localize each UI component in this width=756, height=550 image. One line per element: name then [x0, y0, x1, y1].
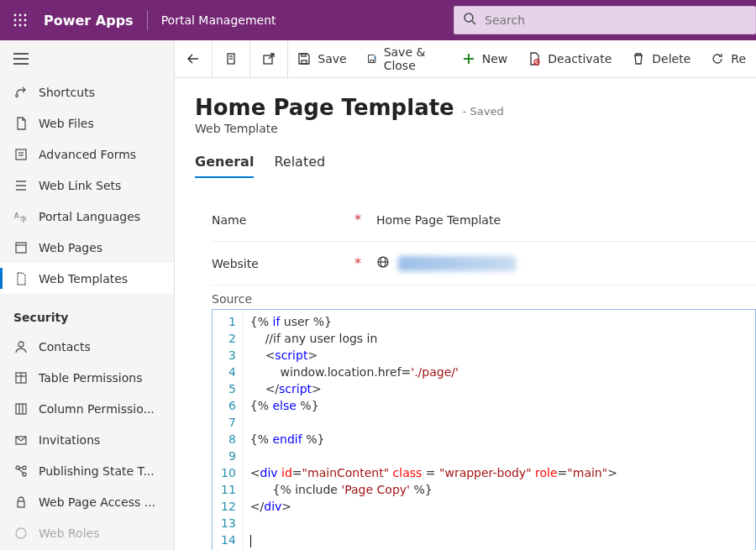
svg-rect-23 [16, 243, 26, 253]
website-value-redacted [398, 256, 516, 271]
field-name[interactable]: Name * Home Page Template [212, 198, 756, 242]
svg-point-4 [19, 19, 22, 22]
refresh-button[interactable]: Re [701, 40, 756, 77]
text-cursor [250, 535, 251, 547]
sidebar-item-publishing-state[interactable]: Publishing State T... [0, 455, 174, 486]
field-website[interactable]: Website * [212, 242, 756, 285]
page-title: Home Page Template [195, 95, 454, 120]
svg-point-8 [24, 24, 27, 27]
command-bar: Save Save & Close New Deactivate Delete … [175, 40, 756, 78]
line-gutter: 1234567891011121314 [213, 310, 244, 550]
save-close-label: Save & Close [384, 45, 442, 72]
sidebar-item-label: Invitations [39, 433, 100, 447]
tab-general[interactable]: General [195, 154, 254, 178]
sidebar-item-contacts[interactable]: Contacts [0, 331, 174, 362]
source-editor[interactable]: 1234567891011121314 {% if user %} //if a… [212, 309, 756, 550]
sidebar-item-label: Web Templates [39, 272, 128, 285]
sidebar-item-web-page-access[interactable]: Web Page Access ... [0, 486, 174, 517]
sidebar-item-invitations[interactable]: Invitations [0, 424, 174, 455]
required-indicator: * [354, 212, 361, 228]
svg-point-2 [24, 14, 27, 17]
field-label: Name [212, 213, 354, 227]
delete-button[interactable]: Delete [622, 40, 701, 77]
sidebar-item-label: Table Permissions [39, 371, 142, 385]
save-close-button[interactable]: Save & Close [357, 40, 452, 77]
svg-text:A: A [14, 212, 19, 220]
search-input[interactable] [485, 13, 747, 27]
sidebar-item-shortcuts[interactable]: Shortcuts [0, 76, 174, 107]
invite-icon [13, 432, 29, 448]
svg-rect-46 [370, 60, 373, 62]
svg-rect-15 [16, 149, 26, 160]
publish-icon [13, 464, 29, 479]
tab-related[interactable]: Related [274, 154, 325, 178]
sidebar-item-label: Shortcuts [39, 86, 95, 99]
sidebar-item-web-roles[interactable]: Web Roles [0, 517, 174, 548]
entity-type-label: Web Template [195, 122, 756, 135]
sidebar-item-label: Web Files [39, 117, 94, 130]
svg-point-6 [14, 24, 17, 27]
svg-point-25 [18, 342, 24, 347]
back-button[interactable] [175, 40, 212, 77]
deactivate-label: Deactivate [548, 52, 612, 65]
svg-line-37 [18, 469, 24, 474]
code-content[interactable]: {% if user %} //if any user logs in <scr… [244, 310, 624, 550]
roles-icon [13, 526, 29, 541]
svg-rect-45 [302, 54, 306, 56]
template-icon [13, 271, 29, 286]
new-label: New [482, 52, 508, 65]
nav-group-security-list: Contacts Table Permissions Column Permis… [0, 331, 174, 548]
refresh-label: Re [731, 52, 746, 65]
clipboard-button[interactable] [213, 40, 249, 77]
svg-point-5 [24, 19, 27, 22]
required-indicator: * [354, 255, 361, 271]
brand-label[interactable]: Power Apps [40, 13, 147, 29]
svg-rect-29 [16, 404, 26, 414]
new-button[interactable]: New [452, 40, 518, 77]
svg-point-39 [16, 528, 26, 538]
svg-point-9 [465, 13, 473, 22]
sidebar-item-column-permissions[interactable]: Column Permissio... [0, 393, 174, 424]
record-content: Home Page Template - Saved Web Template … [175, 78, 756, 550]
field-source-label: Source [212, 292, 756, 306]
contact-icon [13, 339, 29, 354]
collapse-sidebar-button[interactable] [0, 40, 174, 76]
sidebar-item-label: Advanced Forms [39, 148, 136, 161]
sidebar: Shortcuts Web Files Advanced Forms Web L… [0, 40, 175, 550]
app-launcher-icon[interactable] [0, 0, 40, 40]
svg-text:字: 字 [20, 216, 27, 223]
popout-button[interactable] [250, 40, 287, 77]
sidebar-item-label: Web Link Sets [39, 179, 121, 192]
search-box[interactable] [454, 6, 756, 34]
svg-point-1 [19, 14, 22, 17]
app-subtitle[interactable]: Portal Management [148, 13, 290, 27]
save-state: - Saved [463, 105, 504, 118]
access-icon [13, 495, 29, 510]
svg-point-14 [16, 94, 18, 97]
deactivate-button[interactable]: Deactivate [517, 40, 622, 77]
svg-point-35 [23, 466, 26, 469]
search-icon [463, 12, 476, 29]
webfile-icon [13, 116, 29, 131]
globe-icon [376, 255, 390, 271]
sidebar-item-table-permissions[interactable]: Table Permissions [0, 362, 174, 393]
form-icon [13, 147, 29, 162]
sidebar-item-web-pages[interactable]: Web Pages [0, 232, 174, 263]
sidebar-item-web-templates[interactable]: Web Templates [0, 263, 174, 294]
sidebar-item-web-link-sets[interactable]: Web Link Sets [0, 170, 174, 201]
delete-label: Delete [652, 52, 690, 65]
shortcut-icon [13, 85, 29, 100]
colperm-icon [13, 401, 29, 416]
svg-rect-44 [302, 60, 307, 64]
linkset-icon [13, 178, 29, 193]
sidebar-item-label: Web Pages [39, 241, 102, 254]
sidebar-item-advanced-forms[interactable]: Advanced Forms [0, 139, 174, 170]
app-header: Power Apps Portal Management [0, 0, 756, 40]
sidebar-item-portal-languages[interactable]: A字 Portal Languages [0, 201, 174, 232]
svg-line-10 [472, 21, 475, 24]
sidebar-item-web-files[interactable]: Web Files [0, 107, 174, 139]
save-button[interactable]: Save [287, 40, 356, 77]
field-label: Website [212, 257, 354, 270]
webpage-icon [13, 240, 29, 255]
nav-group-security: Security [0, 294, 174, 331]
